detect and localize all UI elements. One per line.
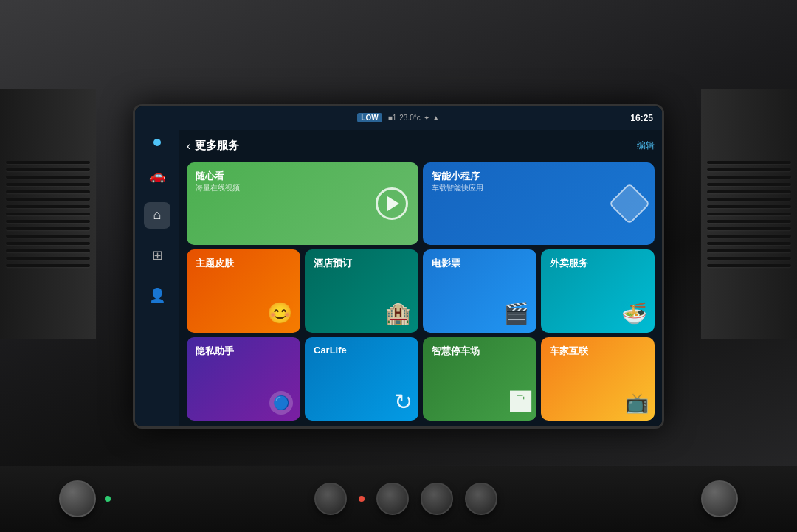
vent-bar <box>707 183 791 186</box>
play-button[interactable] <box>376 187 408 220</box>
screen-content: LOW ■1 23.0°c ✦ ▲ 16:25 🚗 ⌂ ⊞ <box>135 106 662 426</box>
app-grid: 随心看 海量在线视频 智能小程序 车载智能快应用 <box>187 162 655 421</box>
vent-bar <box>707 249 791 252</box>
tile-carlife[interactable]: CarLife ↻ <box>305 337 418 421</box>
privacy-icon: 🔵 <box>269 391 293 415</box>
time-display: 16:25 <box>630 113 653 123</box>
vent-bar <box>707 168 791 171</box>
tile-carlife-title: CarLife <box>314 345 410 356</box>
status-icons: ■1 23.0°c ✦ ▲ <box>388 114 440 122</box>
green-indicator <box>105 496 111 502</box>
sidebar: 🚗 ⌂ ⊞ 👤 <box>135 130 179 426</box>
temp-display: 23.0°c <box>399 114 420 122</box>
bluetooth-icon: ✦ <box>424 114 429 122</box>
tile-smart-title: 智能小程序 <box>432 170 646 183</box>
car-dashboard: LOW ■1 23.0°c ✦ ▲ 16:25 🚗 ⌂ ⊞ <box>0 0 797 532</box>
vent-bar <box>707 161 791 164</box>
vent-bar <box>707 257 791 260</box>
play-triangle-icon <box>387 196 399 211</box>
hw-btn-2[interactable] <box>376 483 409 515</box>
infotainment-screen: LOW ■1 23.0°c ✦ ▲ 16:25 🚗 ⌂ ⊞ <box>133 104 664 429</box>
vent-bar <box>707 242 791 245</box>
tile-car-home[interactable]: 车家互联 📺 <box>541 337 655 421</box>
tile-food-title: 外卖服务 <box>550 257 646 270</box>
tile-suixinkan-subtitle: 海量在线视频 <box>196 183 410 193</box>
tile-hotel[interactable]: 酒店预订 🏨 <box>305 249 418 333</box>
left-knob[interactable] <box>59 480 96 517</box>
hardware-controls <box>0 466 797 532</box>
vent-bar <box>6 249 90 252</box>
tile-privacy-title: 隐私助手 <box>196 345 291 358</box>
page-title: 更多服务 <box>195 139 637 153</box>
left-controls <box>59 480 111 517</box>
vent-bar <box>6 242 90 245</box>
tile-suixinkan[interactable]: 随心看 海量在线视频 <box>187 162 418 246</box>
vent-bar <box>6 264 90 267</box>
tile-movie-title: 电影票 <box>432 257 528 270</box>
left-vent <box>0 89 96 339</box>
status-center: LOW ■1 23.0°c ✦ ▲ <box>357 113 439 122</box>
tile-theme[interactable]: 主题皮肤 😊 <box>187 249 300 333</box>
right-knob[interactable] <box>701 480 738 517</box>
vent-bar <box>6 161 90 164</box>
vent-bar <box>6 198 90 201</box>
back-button[interactable]: ‹ <box>187 139 190 153</box>
vent-bar <box>6 190 90 193</box>
page-header: ‹ 更多服务 编辑 <box>187 136 655 156</box>
tile-smart-mini[interactable]: 智能小程序 车载智能快应用 <box>423 162 655 246</box>
right-controls <box>701 480 738 517</box>
signal-icon: ■1 <box>388 114 397 122</box>
sidebar-item-user[interactable]: 👤 <box>144 282 170 308</box>
main-area: 🚗 ⌂ ⊞ 👤 ‹ 更多服务 编辑 <box>135 130 662 426</box>
vent-bar <box>6 168 90 171</box>
edit-button[interactable]: 编辑 <box>637 139 655 152</box>
red-indicator <box>359 496 365 502</box>
tile-food[interactable]: 外卖服务 🍜 <box>541 249 655 333</box>
tile-privacy[interactable]: 隐私助手 🔵 <box>187 337 300 421</box>
theme-emoji-icon: 😊 <box>267 301 293 325</box>
tile-car-home-title: 车家互联 <box>550 345 646 358</box>
vent-bar <box>707 264 791 267</box>
tile-parking[interactable]: 智慧停车场 🅿 <box>423 337 536 421</box>
vent-bar <box>6 205 90 208</box>
vent-bar <box>707 176 791 179</box>
tile-suixinkan-title: 随心看 <box>196 170 410 183</box>
tile-hotel-title: 酒店预订 <box>314 257 410 270</box>
vent-bar <box>6 183 90 186</box>
vent-bar <box>707 213 791 215</box>
movie-icon: 🎬 <box>503 301 529 325</box>
low-badge: LOW <box>357 113 382 122</box>
right-vent <box>701 89 797 339</box>
vent-bar <box>707 227 791 230</box>
tile-movie[interactable]: 电影票 🎬 <box>423 249 536 333</box>
sidebar-item-car[interactable]: 🚗 <box>144 162 170 189</box>
vent-bar <box>6 220 90 223</box>
center-controls <box>314 483 497 515</box>
vent-bar <box>6 227 90 230</box>
hw-btn-3[interactable] <box>421 483 453 515</box>
parking-icon: 🅿 <box>510 390 531 415</box>
status-bar: LOW ■1 23.0°c ✦ ▲ 16:25 <box>135 106 662 130</box>
tile-parking-title: 智慧停车场 <box>432 345 528 358</box>
tile-theme-title: 主题皮肤 <box>196 257 291 270</box>
carlife-icon: ↻ <box>394 389 413 415</box>
vent-bar <box>6 176 90 179</box>
vent-bar <box>707 205 791 208</box>
hotel-icon: 🏨 <box>385 301 411 325</box>
sidebar-item-home[interactable]: ⌂ <box>144 202 170 229</box>
sidebar-item-apps[interactable]: ⊞ <box>144 242 170 269</box>
hw-btn-1[interactable] <box>314 483 347 515</box>
vent-bar <box>707 220 791 223</box>
vent-bar <box>6 235 90 238</box>
status-dot <box>153 139 161 146</box>
wifi-icon: ▲ <box>432 114 440 122</box>
tile-smart-subtitle: 车载智能快应用 <box>432 183 646 193</box>
content-area: ‹ 更多服务 编辑 随心看 海量在线视频 <box>179 130 662 426</box>
hw-btn-4[interactable] <box>465 483 497 515</box>
vent-bar <box>707 198 791 201</box>
vent-bar <box>707 235 791 238</box>
vent-bar <box>6 257 90 260</box>
car-home-icon: 📺 <box>625 392 649 415</box>
vent-bar <box>707 190 791 193</box>
food-icon: 🍜 <box>621 301 647 325</box>
